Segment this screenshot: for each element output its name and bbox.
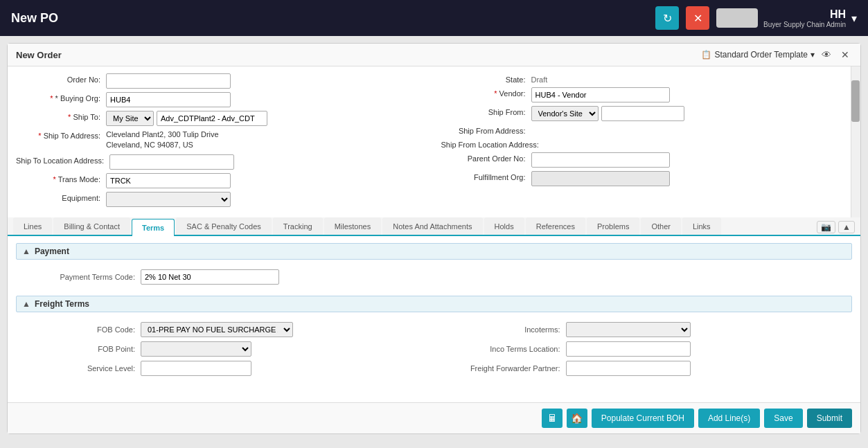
ship-from-location-label: Ship From Location Address: — [441, 138, 544, 149]
ship-from-value: Vendor's Site — [531, 106, 853, 121]
order-fields-grid: Order No: * * Buying Org: * Ship To: — [16, 73, 852, 210]
camera-button[interactable]: 📷 — [817, 221, 835, 233]
ship-to-address-value: Cleveland Plant2, 300 Tulip DriveClevela… — [106, 129, 427, 151]
vendor-row: * Vendor: — [441, 87, 853, 102]
ship-to-address-text: Cleveland Plant2, 300 Tulip DriveClevela… — [106, 129, 219, 151]
freight-collapse-button[interactable]: ▲ — [22, 299, 30, 309]
ship-to-location-label: Ship To Location Address: — [16, 154, 109, 165]
payment-section-title: Payment — [35, 247, 69, 256]
freight-forwarder-input[interactable] — [566, 361, 691, 376]
tab-other[interactable]: Other — [641, 217, 681, 235]
user-avatar — [716, 8, 758, 28]
tab-content-terms: ▲ Payment Payment Terms Code: ▲ Freight … — [8, 236, 860, 402]
state-row: State: Draft — [441, 73, 853, 84]
order-no-label: Order No: — [16, 73, 106, 84]
service-level-input[interactable] — [141, 361, 251, 376]
save-button[interactable]: Save — [764, 409, 802, 428]
buying-org-row: * * Buying Org: — [16, 92, 427, 107]
equipment-label: Equipment: — [16, 192, 106, 202]
home-button[interactable]: 🏠 — [567, 409, 587, 428]
fob-point-value — [141, 341, 251, 357]
fulfillment-org-row: Fulfillment Org: — [441, 171, 853, 186]
tab-milestones[interactable]: Milestones — [324, 217, 382, 235]
collapse-all-button[interactable]: ▲ — [838, 221, 855, 233]
tabs-bar: Lines Billing & Contact Terms SAC & Pena… — [8, 217, 860, 236]
user-role: Buyer Supply Chain Admin — [763, 21, 846, 28]
fob-code-label: FOB Code: — [30, 325, 141, 334]
tab-billing[interactable]: Billing & Contact — [53, 217, 130, 235]
fob-code-select[interactable]: 01-PRE PAY NO FUEL SURCHARGE ALLOV — [141, 322, 293, 337]
freight-section-header: ▲ Freight Terms — [16, 296, 852, 312]
tab-links[interactable]: Links — [682, 217, 721, 235]
submit-button[interactable]: Submit — [807, 409, 852, 428]
template-button[interactable]: 📋 Standard Order Template ▾ — [701, 50, 815, 60]
state-value: Draft — [531, 73, 853, 84]
ship-to-plant-input[interactable] — [157, 111, 267, 126]
service-level-value — [141, 361, 251, 376]
tab-sac[interactable]: SAC & Penalty Codes — [176, 217, 272, 235]
service-level-label: Service Level: — [30, 364, 141, 373]
fulfillment-org-value — [531, 171, 853, 186]
trans-mode-label: * Trans Mode: — [16, 173, 106, 183]
tab-lines[interactable]: Lines — [13, 217, 52, 235]
parent-order-no-input[interactable] — [531, 152, 670, 168]
tab-holds[interactable]: Holds — [484, 217, 524, 235]
parent-order-no-value — [531, 152, 853, 168]
buying-org-input[interactable] — [106, 92, 231, 107]
ship-from-address-row: Ship From Address: — [441, 125, 853, 135]
payment-section-fields: Payment Terms Code: — [16, 265, 852, 296]
user-initials: HH — [763, 8, 846, 21]
tab-references[interactable]: References — [526, 217, 585, 235]
scrollbar-track[interactable] — [851, 66, 860, 217]
eye-icon-button[interactable]: 👁 — [819, 48, 834, 62]
tab-problems[interactable]: Problems — [587, 217, 639, 235]
payment-terms-code-label: Payment Terms Code: — [30, 273, 141, 281]
inco-terms-location-input[interactable] — [566, 341, 691, 357]
ship-to-address-row: * Ship To Address: Cleveland Plant2, 300… — [16, 129, 427, 151]
trans-mode-input[interactable] — [106, 173, 231, 188]
inco-terms-location-value — [566, 341, 691, 357]
ship-to-address-label: * Ship To Address: — [16, 129, 106, 140]
ship-to-location-input[interactable] — [109, 154, 234, 170]
ship-from-extra-input[interactable] — [601, 106, 684, 121]
ship-from-site-select[interactable]: Vendor's Site — [531, 106, 599, 121]
user-menu-chevron[interactable]: ▾ — [851, 12, 857, 25]
ship-from-label: Ship From: — [441, 106, 531, 116]
fulfillment-org-input[interactable] — [531, 171, 670, 186]
tab-tracking[interactable]: Tracking — [273, 217, 323, 235]
user-area: HH Buyer Supply Chain Admin ▾ — [716, 8, 857, 28]
right-fields: State: Draft * Vendor: Ship From: Ven — [441, 73, 853, 210]
inco-terms-location-row: Inco Terms Location: — [455, 341, 853, 357]
tab-terms[interactable]: Terms — [132, 219, 175, 236]
incoterms-select[interactable] — [566, 322, 691, 337]
refresh-button[interactable]: ↻ — [655, 6, 679, 30]
add-lines-button[interactable]: Add Line(s) — [698, 409, 760, 428]
freight-section-title: Freight Terms — [35, 299, 89, 309]
ship-to-site-select[interactable]: My Site — [106, 111, 154, 126]
order-no-row: Order No: — [16, 73, 427, 89]
incoterms-row: Incoterms: — [455, 322, 853, 337]
fob-code-row: FOB Code: 01-PRE PAY NO FUEL SURCHARGE A… — [30, 322, 427, 337]
fob-point-select[interactable] — [141, 341, 251, 357]
parent-order-no-label: Parent Order No: — [441, 152, 531, 163]
trans-mode-row: * Trans Mode: — [16, 173, 427, 188]
buying-org-value — [106, 92, 427, 107]
vendor-input[interactable] — [531, 87, 670, 102]
fob-code-value: 01-PRE PAY NO FUEL SURCHARGE ALLOV — [141, 322, 293, 337]
template-label: Standard Order Template — [714, 50, 808, 60]
payment-terms-code-input[interactable] — [141, 269, 279, 285]
incoterms-value — [566, 322, 691, 337]
freight-right: Incoterms: Inco Terms Location: Freight … — [455, 322, 853, 380]
ship-to-location-row: Ship To Location Address: — [16, 154, 427, 170]
freight-forwarder-label: Freight Forwarder Partner: — [455, 364, 566, 373]
tab-notes[interactable]: Notes And Attachments — [382, 217, 482, 235]
close-button[interactable]: ✕ — [686, 6, 709, 30]
equipment-select[interactable] — [106, 192, 231, 207]
payment-collapse-button[interactable]: ▲ — [22, 247, 30, 256]
order-form: Order No: * * Buying Org: * Ship To: — [8, 66, 860, 217]
form-close-button[interactable]: ✕ — [838, 48, 852, 62]
calculator-button[interactable]: 🖩 — [542, 409, 563, 428]
order-no-input[interactable] — [106, 73, 231, 89]
scrollbar-thumb — [851, 80, 860, 122]
populate-boh-button[interactable]: Populate Current BOH — [592, 409, 694, 428]
